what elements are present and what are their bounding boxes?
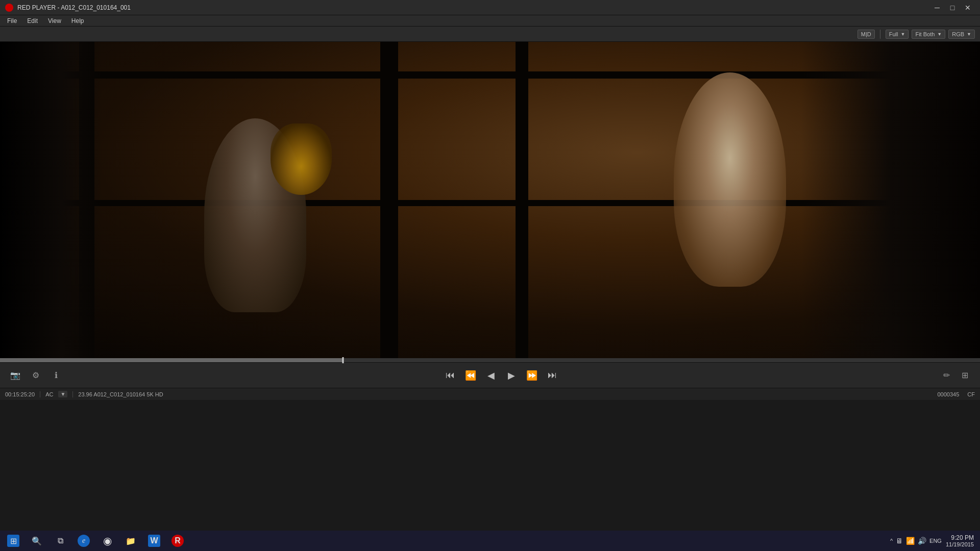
- toolbar-sep-1: [880, 30, 880, 39]
- fast-forward-button[interactable]: ⏩: [524, 367, 540, 384]
- maximize-button[interactable]: □: [945, 2, 960, 13]
- edit-button[interactable]: [939, 368, 953, 383]
- search-icon: 🔍: [31, 535, 43, 547]
- tray-network-icon: 🖥: [896, 537, 903, 545]
- info-button[interactable]: ℹ: [49, 368, 63, 383]
- taskbar-word-button[interactable]: W: [143, 532, 165, 550]
- status-sep-2: [72, 391, 73, 397]
- window-controls: ─ □ ✕: [930, 2, 975, 13]
- window-title: RED PLAYER - A012_C012_010164_001: [17, 4, 930, 11]
- rgb-dropdown-arrow: ▼: [967, 32, 971, 37]
- menu-file[interactable]: File: [3, 16, 21, 26]
- transport-controls: ⏮ ⏪ ◀ ▶ ⏩ ⏭: [69, 367, 933, 384]
- close-button[interactable]: ✕: [961, 2, 975, 13]
- full-dropdown-arrow: ▼: [900, 32, 905, 37]
- full-dropdown[interactable]: Full ▼: [886, 30, 909, 39]
- taskbar-taskview-button[interactable]: ⧉: [49, 532, 71, 550]
- minimize-button[interactable]: ─: [930, 2, 944, 13]
- rgb-dropdown[interactable]: RGB ▼: [948, 30, 975, 39]
- clock-date: 11/19/2015: [946, 541, 974, 547]
- taskbar-right: ^ 🖥 📶 🔊 ENG 9:20 PM 11/19/2015: [890, 534, 978, 547]
- controls-bar: 📷 ⚙ ℹ ⏮ ⏪ ◀ ▶ ⏩ ⏭: [0, 362, 980, 388]
- md-toggle[interactable]: M|D: [857, 30, 875, 39]
- taskbar-clock[interactable]: 9:20 PM 11/19/2015: [946, 534, 974, 547]
- taskbar-start-button[interactable]: ⊞: [2, 532, 24, 550]
- figure-standing: [674, 72, 786, 287]
- color-space: CF: [967, 391, 975, 397]
- play-button[interactable]: ▶: [503, 367, 520, 384]
- tray-keyboard-icon: ENG: [929, 538, 942, 544]
- toolbar: M|D Full ▼ Fit Both ▼ RGB ▼: [0, 27, 980, 42]
- taskbar: ⊞ 🔍 ⧉ e ◉ 📁 W R ^ 🖥 📶 🔊 ENG 9:20 PM 11/1…: [0, 531, 980, 551]
- fps-info: 23.96 A012_C012_010164 5K HD: [78, 391, 163, 397]
- timeline-progress: [0, 358, 343, 362]
- go-to-start-button[interactable]: ⏮: [442, 367, 458, 384]
- rewind-button[interactable]: ◀: [483, 367, 499, 384]
- start-icon: ⊞: [7, 535, 19, 547]
- taskbar-search-button[interactable]: 🔍: [26, 532, 48, 550]
- title-bar: RED PLAYER - A012_C012_010164_001 ─ □ ✕: [0, 0, 980, 15]
- menu-edit[interactable]: Edit: [23, 16, 42, 26]
- taskbar-explorer-button[interactable]: 📁: [119, 532, 142, 550]
- redplayer-icon: R: [172, 535, 184, 547]
- go-to-end-button[interactable]: ⏭: [544, 367, 560, 384]
- timeline-scrubber[interactable]: [0, 358, 980, 362]
- tray-volume-icon[interactable]: 🔊: [918, 537, 926, 545]
- video-area: [0, 42, 980, 358]
- word-icon: W: [148, 535, 160, 547]
- prev-frame-button[interactable]: ⏪: [462, 367, 479, 384]
- status-bar: 00:15:25:20 AC ▼ 23.96 A012_C012_010164 …: [0, 388, 980, 400]
- right-controls: [939, 368, 972, 383]
- timecode-display: 00:15:25:20: [5, 391, 35, 397]
- fit-both-dropdown-arrow: ▼: [937, 32, 942, 37]
- fit-both-dropdown[interactable]: Fit Both ▼: [912, 30, 945, 39]
- ie-icon: e: [78, 535, 90, 547]
- clock-time: 9:20 PM: [946, 534, 974, 541]
- tray-chevron[interactable]: ^: [890, 538, 893, 544]
- taskbar-chrome-button[interactable]: ◉: [96, 532, 118, 550]
- taskbar-redplayer-button[interactable]: R: [166, 532, 189, 550]
- video-frame: [0, 42, 980, 358]
- snapshot-button[interactable]: 📷: [8, 368, 22, 383]
- lamp: [271, 123, 332, 195]
- settings-button[interactable]: ⚙: [29, 368, 43, 383]
- timeline-thumb: [342, 357, 344, 363]
- audio-dropdown[interactable]: ▼: [58, 391, 67, 397]
- menu-help[interactable]: Help: [67, 16, 88, 26]
- status-right: 0000345 CF: [938, 391, 975, 397]
- tray-wifi-icon: 📶: [906, 537, 915, 545]
- explorer-icon: 📁: [125, 535, 137, 547]
- app-icon: [5, 4, 13, 12]
- scene-right-dark: [801, 42, 980, 358]
- grid-button[interactable]: [958, 368, 972, 383]
- menu-bar: File Edit View Help: [0, 15, 980, 27]
- taskview-icon: ⧉: [54, 535, 66, 547]
- frame-number: 0000345: [938, 391, 960, 397]
- menu-view[interactable]: View: [44, 16, 65, 26]
- taskbar-ie-button[interactable]: e: [72, 532, 95, 550]
- status-sep-1: [40, 391, 40, 397]
- audio-label: AC: [45, 391, 53, 397]
- scene-left-dark: [0, 42, 102, 358]
- chrome-icon: ◉: [101, 535, 113, 547]
- system-tray: ^ 🖥 📶 🔊 ENG: [890, 537, 942, 545]
